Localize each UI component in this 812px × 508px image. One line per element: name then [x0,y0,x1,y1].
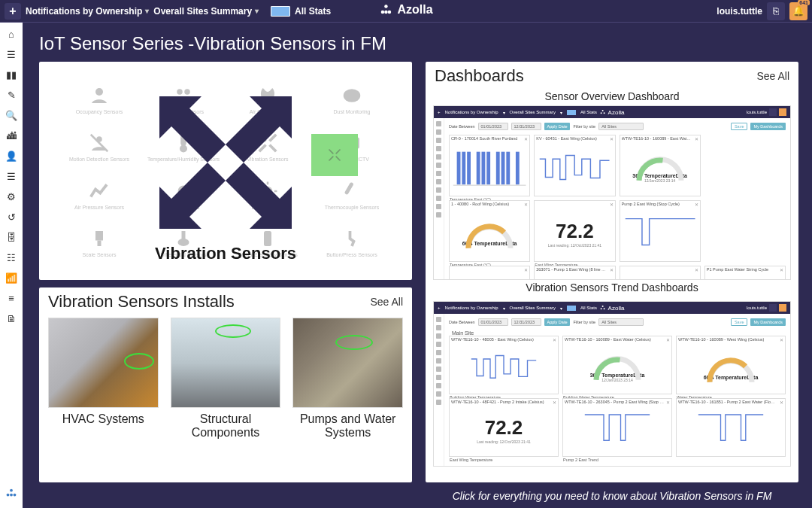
brand-label: Azolla [397,3,432,17]
dashboards-card: Dashboards See All Sensor Overview Dashb… [426,62,798,482]
search-icon[interactable]: 🔍 [5,108,18,122]
username[interactable]: louis.tuttle [717,6,762,17]
svg-point-8 [95,88,103,96]
brand[interactable]: Azolla [379,3,432,17]
svg-point-31 [604,112,605,114]
svg-point-45 [604,308,605,309]
allstats-chip[interactable]: All Stats [271,6,331,17]
dash-tile: WTW-TE16-10 - 160089 - West Wing (Celsiu… [676,336,786,394]
layers-icon[interactable]: ☷ [5,251,18,264]
svg-rect-32 [457,152,461,185]
svg-point-1 [381,11,385,14]
install-item-hvac[interactable]: HVAC Systems [48,318,159,440]
logout-icon[interactable]: ⎘ [767,2,785,20]
installs-see-all[interactable]: See All [370,296,403,308]
installs-card: Vibration Sensors Installs See All HVAC … [39,287,412,482]
pencil-icon[interactable]: ✎ [5,88,18,102]
apps-icon[interactable] [5,487,18,500]
dash-tile: WTW-TE16-10 - 48005 - East Wing (Celsius… [449,336,559,394]
svg-rect-40 [506,152,510,185]
dash-preview-overview[interactable]: + Notifications by Ownership▾ Overall Si… [433,105,791,280]
list-icon[interactable]: ☰ [5,47,18,61]
chevron-down-icon: ▾ [145,7,149,15]
page-title: IoT Sensor Series -Vibration Sensors in … [39,33,798,54]
allstats-swatch [271,6,290,17]
dash-tile: CR-0 - 170014 South River Portland✕ Temp… [449,135,530,196]
document-icon[interactable]: 🗎 [5,312,18,325]
install-item-structural[interactable]: Structural Components [171,318,281,440]
installs-title: Vibration Sensors Installs See All [39,287,412,315]
install-image [171,318,281,408]
svg-point-3 [384,11,388,14]
wifi-icon[interactable]: 📶 [5,271,18,284]
crumb-notifications[interactable]: Notifications by Ownership ▾ [26,6,149,17]
svg-rect-35 [477,152,480,185]
add-button[interactable]: + [5,3,21,20]
sensor-cell: Button/Press Sensors [310,219,394,267]
sensor-cell: Air Pressure Sensors [57,171,141,219]
crumb-sites-summary-label: Overall Sites Summary [153,6,252,17]
crumb-notifications-label: Notifications by Ownership [26,6,142,17]
allstats-label: All Stats [295,6,331,17]
sensor-cell: Scale Sensors [57,219,141,267]
install-image [48,318,159,408]
svg-marker-25 [159,96,226,163]
svg-point-30 [601,112,602,114]
dash-tile: WTW-TE16-10 - 160089 - East Water (Celsi… [562,336,672,394]
crumb-sites-summary[interactable]: Overall Sites Summary ▾ [153,6,259,17]
dash-tile: Pump 2 East Wing (Stop Cycle)✕ [620,200,701,262]
svg-point-44 [601,308,602,309]
dashboards-title: Dashboards See All [426,62,798,89]
database-icon[interactable]: 🗄 [5,230,18,244]
footer-note: Click for everything you need to know ab… [426,490,798,502]
user-icon[interactable]: 👤 [5,149,18,163]
hero-highlight-box [311,134,358,176]
install-label: Pumps and Water Systems [292,412,403,440]
chart-icon[interactable]: ▮▮ [5,68,18,81]
svg-point-0 [384,5,388,8]
sensor-cell: Occupancy Sensors [57,75,141,123]
svg-marker-27 [159,163,226,229]
dash-preview-trend[interactable]: + Notifications by Ownership▾ Overall Si… [433,301,791,467]
sensor-cell: Motion Detection Sensors [57,123,141,172]
svg-rect-19 [344,181,354,195]
install-image [292,318,403,408]
svg-rect-33 [462,152,465,185]
svg-rect-34 [467,152,471,185]
svg-rect-41 [516,152,520,185]
dash-tile: WTW-TE16-10 - 263045 - Pump 2 East Wing … [562,398,672,457]
install-item-pumps[interactable]: Pumps and Water Systems [292,318,403,440]
hero-card: Occupancy Sensors Location Sensors Air Q… [39,62,412,280]
svg-point-43 [602,306,604,307]
install-label: Structural Components [171,412,281,440]
dashboards-see-all[interactable]: See All [756,70,789,82]
install-label: HVAC Systems [62,412,144,426]
chevron-down-icon: ▾ [255,7,259,15]
svg-point-29 [602,110,604,111]
home-icon[interactable]: ⌂ [5,27,18,41]
gear-icon[interactable]: ⚙ [5,190,18,203]
sliders-icon[interactable]: ≡ [5,291,18,305]
expand-arrows-icon [150,87,301,238]
dash-caption-2: Vibration Sensors Trend Dashboards [426,281,798,294]
dash-tile: WTW-TE16-10 - 160089 - East Water (Celsi… [620,135,701,196]
hero-label: Vibration Sensors [155,244,296,263]
brand-logo-icon [379,3,392,17]
dash-tile: WTW-TE16-10 - 48F421 - Pump 2 Intake (Ce… [449,398,559,457]
svg-rect-38 [496,152,500,185]
dash-caption-1: Sensor Overview Dashboard [426,90,798,102]
svg-marker-28 [226,163,292,229]
svg-rect-36 [481,152,485,185]
sensor-cell: Thermocouple Sensors [310,171,394,219]
notification-badge: 641 [798,0,810,5]
city-icon[interactable]: 🏙 [5,129,18,142]
svg-marker-26 [226,96,292,163]
svg-point-6 [10,494,13,497]
svg-point-11 [344,89,361,102]
svg-point-5 [7,494,10,497]
list2-icon[interactable]: ☰ [5,169,18,183]
svg-rect-21 [98,241,102,247]
history-icon[interactable]: ↺ [5,210,18,224]
dash-tile: 1 - 40080 - Roof Wing (Celsius)✕ 60.4 Te… [449,200,530,262]
notification-bell-icon[interactable]: 🔔641 [789,2,807,20]
